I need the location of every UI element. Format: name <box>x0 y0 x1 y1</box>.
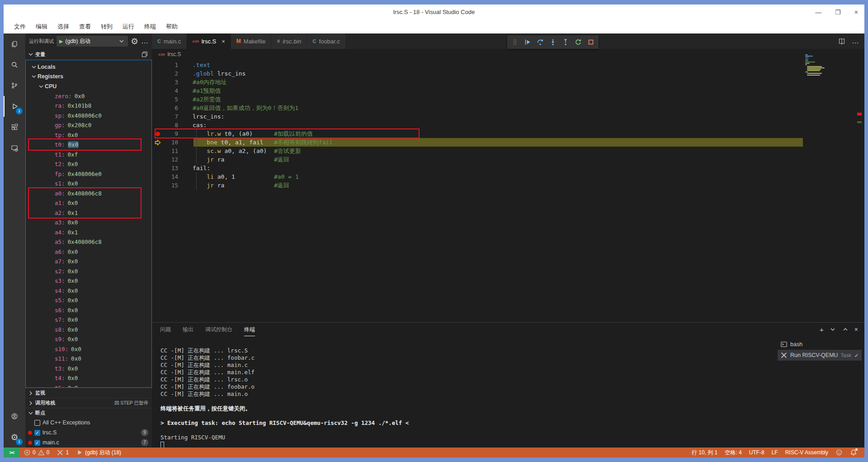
code-line-11[interactable]: 11 sc.w a0, a2, (a0) #尝试更新 <box>152 147 864 155</box>
panel-tab-终端[interactable]: 终端 <box>244 323 255 336</box>
activity-run-debug[interactable]: 1 <box>4 96 25 117</box>
encoding[interactable]: UTF-8 <box>745 448 768 457</box>
register-s11[interactable]: s11:0x0 <box>26 354 151 364</box>
breakpoint-checkbox[interactable]: ✓ <box>34 430 40 436</box>
terminal-output[interactable]: CC -[M] 正在构建 ... lrsc.SCC -[M] 正在构建 ... … <box>152 336 776 448</box>
panel-tab-问题[interactable]: 问题 <box>160 323 171 336</box>
split-editor-icon[interactable] <box>838 38 845 45</box>
register-s9[interactable]: s9:0x0 <box>26 334 151 344</box>
register-a7[interactable]: a7:0x0 <box>26 257 151 267</box>
register-zero[interactable]: zero:0x0 <box>26 91 151 101</box>
minimize-button[interactable]: — <box>815 9 821 16</box>
new-terminal-icon[interactable]: + <box>820 326 824 333</box>
register-s4[interactable]: s4:0x0 <box>26 286 151 296</box>
register-a1[interactable]: a1:0x0 <box>26 198 151 208</box>
menu-item-5[interactable]: 转到 <box>96 23 118 31</box>
notifications-bell[interactable] <box>846 448 861 457</box>
stop-button[interactable] <box>585 36 597 48</box>
activity-explorer[interactable] <box>4 33 25 54</box>
register-t5[interactable]: t5:0x0 <box>26 383 151 388</box>
register-a0[interactable]: a0:0x408006c8 <box>26 189 151 199</box>
code-line-5[interactable]: 5#a2所需值 <box>152 95 864 104</box>
step-out-button[interactable] <box>560 36 571 48</box>
tab-foobar.c[interactable]: Cfoobar.c <box>307 33 345 49</box>
close-tab-icon[interactable]: × <box>222 38 225 45</box>
continue-button[interactable] <box>522 36 533 48</box>
tab-lrsc.S[interactable]: ASMlrsc.S× <box>187 33 231 49</box>
register-t3[interactable]: t3:0x0 <box>26 364 151 374</box>
code-line-3[interactable]: 3#a0内存地址 <box>152 78 864 86</box>
register-s10[interactable]: s10:0x0 <box>26 344 151 354</box>
code-line-12[interactable]: 12 jr ra #返回 <box>152 155 864 164</box>
more-actions-icon[interactable]: … <box>141 37 148 45</box>
register-gp[interactable]: gp:0x208c0 <box>26 120 151 130</box>
tree-group-Registers[interactable]: Registers <box>26 72 151 82</box>
activity-source-control[interactable] <box>4 75 25 96</box>
code-line-4[interactable]: 4#a1预期值 <box>152 86 864 95</box>
watch-section-header[interactable]: 监视 <box>25 388 152 398</box>
step-into-button[interactable] <box>547 36 559 48</box>
code-line-13[interactable]: 13fail: <box>152 164 864 172</box>
start-debug-icon[interactable]: ▶ <box>59 38 63 44</box>
register-s3[interactable]: s3:0x0 <box>26 276 151 286</box>
launch-config-select[interactable]: ▶ (gdb) 启动 <box>57 36 128 47</box>
close-panel-icon[interactable]: × <box>854 326 858 333</box>
register-s6[interactable]: s6:0x0 <box>26 305 151 315</box>
register-s5[interactable]: s5:0x0 <box>26 295 151 305</box>
code-editor[interactable]: 1.text2.globl lrsc_ins3#a0内存地址4#a1预期值5#a… <box>152 60 864 322</box>
overview-ruler[interactable] <box>857 33 863 322</box>
toolbar-drag-handle[interactable] <box>509 36 521 48</box>
code-line-15[interactable]: 15 jr ra #返回 <box>152 181 864 190</box>
variables-section-header[interactable]: 变量 <box>25 49 152 60</box>
code-line-8[interactable]: 8cas: <box>152 121 864 129</box>
gear-icon[interactable]: ⚙ <box>131 36 138 47</box>
tree-group-Locals[interactable]: Locals <box>26 62 151 72</box>
indentation[interactable]: 空格: 4 <box>721 448 745 457</box>
code-line-2[interactable]: 2.globl lrsc_ins <box>152 69 864 78</box>
cursor-position[interactable]: 行 10, 列 1 <box>688 448 721 457</box>
register-a6[interactable]: a6:0x0 <box>26 247 151 257</box>
register-fp[interactable]: fp:0x408006e0 <box>26 169 151 179</box>
register-t2[interactable]: t2:0x0 <box>26 159 151 169</box>
menu-item-1[interactable]: 文件 <box>9 23 31 31</box>
terminal-list-item-Run RISCV-QEMU[interactable]: Run RISCV-QEMUTask✓ <box>778 350 862 361</box>
code-line-1[interactable]: 1.text <box>152 61 864 69</box>
call-stack-section-header[interactable]: 调用堆栈 因 STEP 已暂停 <box>25 398 152 408</box>
open-panes-icon[interactable] <box>141 51 148 58</box>
tab-lrsc.bin[interactable]: ≡lrsc.bin <box>271 33 307 49</box>
activity-remote-explorer[interactable] <box>4 138 25 158</box>
activity-extensions[interactable] <box>4 117 25 138</box>
register-t0[interactable]: t0:0x0 <box>26 140 151 150</box>
problems-status[interactable]: 00 <box>20 448 53 457</box>
language-mode[interactable]: RISC-V Assembly <box>782 448 832 457</box>
register-s2[interactable]: s2:0x0 <box>26 267 151 276</box>
code-line-7[interactable]: 7lrsc_ins: <box>152 112 864 121</box>
menu-item-4[interactable]: 查看 <box>74 23 96 31</box>
code-line-10[interactable]: 10 bne t0, a1, fail #不相等则跳转到fail <box>152 138 864 147</box>
tab-Makefile[interactable]: MMakefile <box>231 33 271 49</box>
code-line-14[interactable]: 14 li a0, 1 #a0 = 1 <box>152 172 864 181</box>
activity-settings[interactable]: ⚙1 <box>4 427 25 448</box>
register-tp[interactable]: tp:0x0 <box>26 130 151 140</box>
activity-account[interactable] <box>4 406 25 427</box>
tasks-status[interactable]: 1 <box>53 448 72 457</box>
activity-search[interactable] <box>4 54 25 75</box>
restore-button[interactable]: ❐ <box>835 9 841 16</box>
menu-item-2[interactable]: 编辑 <box>31 23 52 31</box>
menu-item-3[interactable]: 选择 <box>52 23 74 31</box>
restart-button[interactable] <box>572 36 584 48</box>
code-line-9[interactable]: 9 lr.w t0, (a0) #加载以前的值 <box>152 129 864 138</box>
menu-item-6[interactable]: 运行 <box>118 23 139 31</box>
feedback[interactable] <box>832 448 846 457</box>
panel-tab-调试控制台[interactable]: 调试控制台 <box>205 323 232 336</box>
tab-main.c[interactable]: Cmain.c <box>152 33 187 49</box>
breakpoint-checkbox[interactable] <box>34 420 40 426</box>
register-sp[interactable]: sp:0x408006c0 <box>26 111 151 121</box>
eol[interactable]: LF <box>768 448 782 457</box>
breakpoint-icon[interactable] <box>152 132 164 136</box>
step-over-button[interactable] <box>534 36 546 48</box>
menu-item-8[interactable]: 帮助 <box>161 23 183 31</box>
breakpoints-section-header[interactable]: 断点 <box>25 408 152 418</box>
register-a3[interactable]: a3:0x0 <box>26 218 151 228</box>
debug-session-status[interactable]: (gdb) 启动 (18) <box>72 448 125 457</box>
